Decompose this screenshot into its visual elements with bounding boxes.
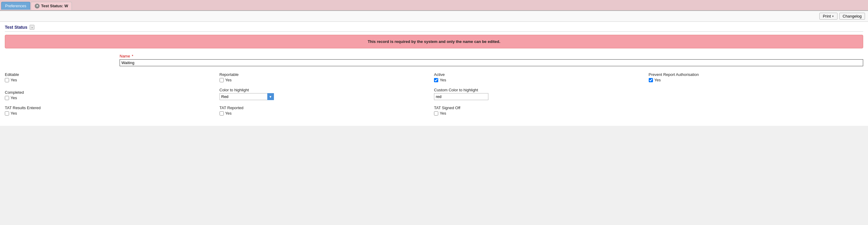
name-input[interactable]	[120, 59, 863, 66]
alert-banner: This record is required by the system an…	[5, 35, 863, 48]
editable-col: Editable Yes	[5, 71, 220, 83]
tat-signed-off-yes-label: Yes	[440, 111, 446, 115]
reportable-checkbox[interactable]	[220, 78, 224, 82]
name-label: Name *	[120, 54, 863, 58]
empty-col-2	[649, 104, 864, 117]
color-highlight-select-wrapper: Red Blue Green Yellow Orange None ▼	[220, 93, 274, 100]
tat-signed-off-checkbox[interactable]	[434, 111, 438, 115]
tat-reported-yes-label: Yes	[225, 111, 231, 115]
section-header: Test Status -	[5, 25, 863, 32]
tat-signed-off-yes-row: Yes	[434, 111, 649, 115]
custom-color-input[interactable]	[434, 93, 488, 100]
print-dropdown-arrow: ▼	[832, 15, 834, 18]
tab-bar: Preferences ✕ Test Status: W	[0, 0, 868, 11]
active-col: Active Yes	[434, 71, 649, 83]
name-row: Name *	[5, 54, 863, 66]
main-content: Test Status - This record is required by…	[0, 22, 868, 126]
tat-reported-col: TAT Reported Yes	[220, 104, 434, 117]
tat-results-yes-row: Yes	[5, 111, 220, 115]
toolbar: Print ▼ Changelog	[0, 11, 868, 22]
tat-results-checkbox[interactable]	[5, 111, 9, 115]
active-checkbox[interactable]	[434, 78, 438, 82]
changelog-label: Changelog	[843, 14, 862, 19]
prevent-report-auth-col: Prevent Report Authorisation Yes	[649, 71, 864, 83]
prevent-report-auth-checkbox[interactable]	[649, 78, 653, 82]
completed-label: Completed	[5, 90, 220, 95]
reportable-col: Reportable Yes	[220, 71, 434, 83]
collapse-button[interactable]: -	[30, 25, 34, 30]
tab-test-status-label: Test Status: W	[41, 4, 68, 8]
print-button[interactable]: Print ▼	[819, 13, 837, 20]
changelog-button[interactable]: Changelog	[839, 13, 865, 20]
section-title-text: Test Status	[5, 25, 27, 30]
color-highlight-group: Color to highlight Red Blue Green Yellow…	[220, 86, 434, 101]
editable-yes-label: Yes	[10, 78, 17, 82]
active-yes-row: Yes	[434, 78, 649, 82]
completed-checkbox[interactable]	[5, 96, 9, 100]
color-row: Completed Yes Color to highlight Red Blu…	[5, 86, 863, 101]
tat-results-yes-label: Yes	[10, 111, 17, 115]
color-highlight-label: Color to highlight	[220, 88, 434, 92]
tat-reported-label: TAT Reported	[220, 106, 434, 110]
completed-yes-label: Yes	[10, 95, 17, 100]
reportable-yes-row: Yes	[220, 78, 434, 82]
custom-color-group: Custom Color to highlight	[434, 86, 649, 101]
reportable-yes-label: Yes	[225, 78, 231, 82]
form-section: Name * Editable Yes Reportable	[5, 54, 863, 117]
prevent-report-auth-yes-row: Yes	[649, 78, 864, 82]
tat-reported-checkbox[interactable]	[220, 111, 224, 115]
active-yes-label: Yes	[440, 78, 446, 82]
print-label: Print	[823, 14, 831, 19]
color-highlight-select[interactable]: Red Blue Green Yellow Orange None	[220, 93, 274, 100]
name-label-text: Name *	[120, 54, 133, 58]
tab-close-icon[interactable]: ✕	[35, 4, 39, 8]
completed-yes-row: Yes	[5, 95, 220, 100]
editable-yes-row: Yes	[5, 78, 220, 82]
tat-reported-yes-row: Yes	[220, 111, 434, 115]
tat-signed-off-col: TAT Signed Off Yes	[434, 104, 649, 117]
completed-col: Completed Yes	[5, 89, 220, 101]
tab-preferences[interactable]: Preferences	[1, 2, 30, 10]
name-group: Name *	[120, 54, 863, 66]
prevent-report-auth-label: Prevent Report Authorisation	[649, 72, 864, 77]
checkbox-row-1: Editable Yes Reportable Yes Active Yes	[5, 71, 863, 83]
prevent-report-auth-yes-label: Yes	[654, 78, 661, 82]
tab-preferences-label: Preferences	[5, 4, 26, 8]
alert-message: This record is required by the system an…	[368, 39, 500, 44]
tab-test-status[interactable]: ✕ Test Status: W	[31, 2, 72, 10]
editable-label: Editable	[5, 72, 220, 77]
editable-checkbox[interactable]	[5, 78, 9, 82]
custom-color-label: Custom Color to highlight	[434, 88, 649, 92]
tat-row: TAT Results Entered Yes TAT Reported Yes…	[5, 104, 863, 117]
tat-signed-off-label: TAT Signed Off	[434, 106, 649, 110]
reportable-label: Reportable	[220, 72, 434, 77]
active-label: Active	[434, 72, 649, 77]
tat-results-label: TAT Results Entered	[5, 106, 220, 110]
tat-results-col: TAT Results Entered Yes	[5, 104, 220, 117]
